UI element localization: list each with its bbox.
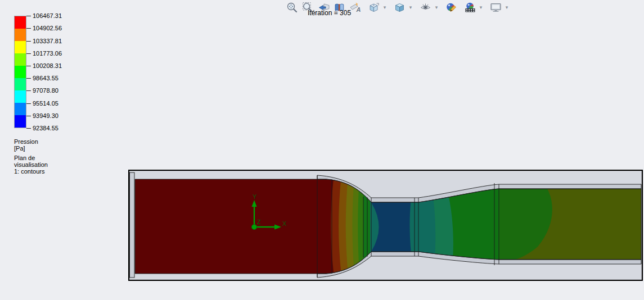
legend-band — [15, 103, 26, 115]
legend-tick-label: 97078.80 — [33, 87, 58, 94]
inlet-end-cap — [130, 172, 135, 278]
legend-band — [15, 66, 26, 78]
iteration-status-text: Itération = 305 — [308, 9, 351, 17]
z-axis-label: Z — [257, 219, 261, 225]
legend-band — [15, 41, 26, 53]
legend-tick-label: 92384.55 — [33, 125, 58, 131]
view-orientation-icon[interactable] — [367, 1, 380, 13]
display-style-icon[interactable] — [393, 1, 406, 13]
legend-band — [15, 78, 26, 90]
view-settings-dropdown-icon[interactable]: ▾ — [504, 1, 510, 13]
legend-tick-label: 100208.31 — [33, 62, 62, 69]
y-axis-label: Y — [253, 193, 257, 200]
graphics-viewport[interactable]: Y X Z — [128, 170, 643, 281]
legend-tick — [26, 53, 31, 54]
legend-tick — [26, 41, 31, 42]
legend-tick-label: 98643.55 — [33, 75, 58, 81]
legend-tick — [26, 78, 31, 79]
legend-tick — [26, 128, 31, 129]
cut-plot-label: Plan de visualisation 1: contours — [14, 154, 48, 175]
edit-appearance-icon[interactable] — [445, 1, 458, 13]
legend-tick-label: 104902.56 — [33, 25, 62, 31]
legend-band — [15, 16, 26, 29]
hide-show-items-dropdown-icon[interactable]: ▾ — [434, 1, 439, 13]
legend-tick-label: 93949.30 — [33, 112, 58, 119]
legend-tick — [26, 116, 31, 116]
legend-band — [15, 53, 26, 66]
apply-scene-icon[interactable] — [463, 1, 476, 13]
legend-tick — [26, 90, 31, 91]
svg-text:A: A — [355, 6, 361, 12]
legend-tick — [26, 28, 31, 29]
view-orientation-dropdown-icon[interactable]: ▾ — [382, 1, 388, 13]
zoom-to-fit-icon[interactable] — [286, 1, 299, 13]
legend-tick-label: 95514.05 — [33, 100, 58, 107]
legend-tick-label: 106467.31 — [33, 12, 62, 19]
view-settings-icon[interactable] — [489, 1, 502, 13]
legend-title: Pression [Pa] — [14, 138, 38, 152]
legend-tick-label: 103337.81 — [33, 38, 62, 44]
hide-show-items-icon[interactable] — [419, 1, 432, 13]
display-style-dropdown-icon[interactable]: ▾ — [408, 1, 413, 13]
x-axis-label: X — [282, 220, 287, 227]
legend-band — [15, 115, 26, 128]
z-axis-origin-icon — [251, 224, 256, 229]
apply-scene-dropdown-icon[interactable]: ▾ — [478, 1, 484, 13]
legend-tick — [26, 16, 31, 16]
legend-band — [15, 90, 26, 103]
legend-tick-label: 101773.06 — [33, 50, 62, 57]
legend-tick — [26, 66, 31, 66]
flow-simulation-window: { "toolbar": { "iteration_text": "Itérat… — [0, 0, 644, 300]
legend-color-bar — [14, 16, 26, 128]
legend-tick — [26, 103, 31, 104]
legend-band — [15, 29, 26, 41]
